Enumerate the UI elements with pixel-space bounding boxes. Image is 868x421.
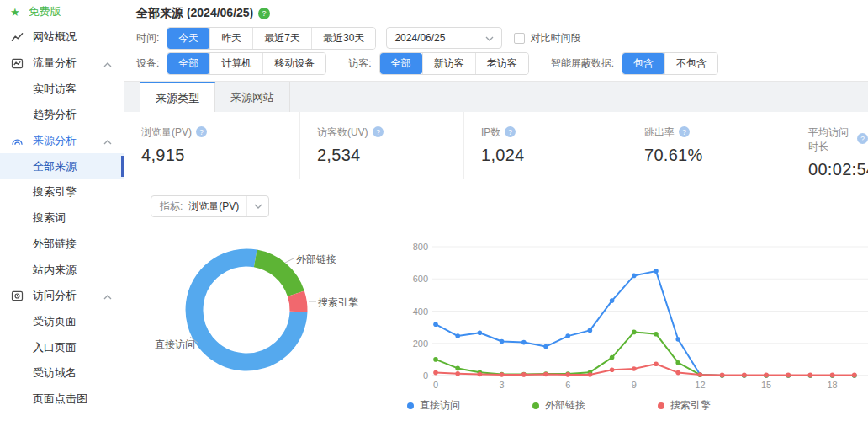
chevron-down-icon (485, 32, 494, 44)
shield-option-1[interactable]: 不包含 (664, 53, 717, 74)
time-filter-label: 时间: (136, 31, 159, 45)
donut-label-1: 外部链接 (296, 253, 336, 267)
sidebar-item-label: 搜索引擎 (33, 184, 77, 200)
metric-label: 平均访问时长 (808, 125, 853, 154)
plan-badge: ★ 免费版 (0, 0, 124, 24)
donut-chart (124, 226, 377, 394)
line-chart: 02004006008000369121518 (402, 226, 868, 394)
metric-value: 4,915 (141, 146, 299, 165)
sidebar-item-source-analysis[interactable]: 来源分析 (0, 128, 124, 154)
sidebar-item-entry-pages[interactable]: 入口页面 (0, 334, 124, 360)
visitor-option-1[interactable]: 新访客 (422, 53, 475, 74)
legend-dot (658, 402, 664, 409)
checkbox-box[interactable] (514, 33, 525, 44)
metric-value: 70.61% (644, 146, 791, 165)
sidebar-item-label: 流量分析 (33, 56, 77, 71)
sidebar-item-label: 搜索词 (33, 210, 66, 226)
sidebar-item-internal-sources[interactable]: 站内来源 (0, 257, 124, 283)
legend-label: 直接访问 (420, 398, 460, 413)
sidebar-item-visit-analysis[interactable]: 访问分析 (0, 283, 124, 309)
metric-avg-duration: 平均访问时长? 00:02:54 (791, 112, 868, 179)
metrics-row: 浏览量(PV)? 4,915访客数(UV)? 2,534IP数? 1,024跳出… (124, 112, 868, 179)
time-option-3[interactable]: 最近30天 (311, 28, 375, 49)
svg-text:12: 12 (695, 380, 705, 390)
sidebar-item-traffic-analysis[interactable]: 流量分析 (0, 51, 124, 77)
legend-item-1[interactable]: 外部链接 (532, 398, 585, 413)
info-icon[interactable]: ? (505, 126, 516, 140)
device-option-1[interactable]: 计算机 (209, 53, 262, 74)
visitor-filter-label: 访客: (348, 56, 371, 71)
info-icon[interactable]: ? (373, 126, 384, 140)
shield-option-0[interactable]: 包含 (622, 53, 664, 74)
donut-label-0: 直接访问 (155, 338, 195, 352)
sidebar-item-search-engines[interactable]: 搜索引擎 (0, 179, 124, 205)
sidebar-menu: 网站概况流量分析实时访客趋势分析来源分析全部来源搜索引擎搜索词外部链接站内来源访… (0, 24, 124, 412)
device-option-0[interactable]: 全部 (167, 53, 209, 74)
svg-text:400: 400 (413, 306, 428, 317)
sidebar-item-trend-analysis[interactable]: 趋势分析 (0, 102, 124, 128)
visitor-segment: 全部新访客老访客 (379, 52, 529, 75)
device-filter-group: 设备:全部计算机移动设备 (136, 52, 326, 75)
indicator-value: 浏览量(PV) (188, 200, 239, 214)
tab-source-site[interactable]: 来源网站 (215, 82, 290, 113)
compare-label: 对比时间段 (530, 31, 580, 45)
compare-checkbox[interactable]: 对比时间段 (514, 31, 580, 45)
visit-icon (11, 290, 24, 302)
info-icon[interactable]: ? (857, 133, 868, 147)
svg-text:800: 800 (413, 242, 428, 252)
chevron-up-icon[interactable] (103, 135, 112, 147)
metric-pv: 浏览量(PV)? 4,915 (124, 112, 299, 179)
device-filter-row: 设备:全部计算机移动设备访客:全部新访客老访客智能屏蔽数据:包含不包含 (124, 51, 868, 76)
time-option-2[interactable]: 最近7天 (252, 28, 311, 49)
time-option-1[interactable]: 昨天 (209, 28, 252, 49)
sidebar-item-search-terms[interactable]: 搜索词 (0, 205, 124, 232)
sidebar-item-site-overview[interactable]: 网站概况 (0, 24, 124, 51)
info-icon[interactable]: ? (196, 126, 207, 140)
legend-item-0[interactable]: 直接访问 (407, 398, 460, 413)
metric-value: 2,534 (317, 146, 463, 165)
svg-text:600: 600 (413, 274, 428, 284)
svg-text:?: ? (376, 127, 380, 136)
metric-value: 00:02:54 (808, 160, 868, 179)
time-option-0[interactable]: 今天 (167, 28, 209, 49)
device-option-2[interactable]: 移动设备 (262, 53, 326, 74)
sidebar-item-label: 访问分析 (33, 288, 77, 303)
sidebar-item-page-click-map[interactable]: 页面点击图 (0, 386, 124, 413)
sidebar-item-visited-domains[interactable]: 受访域名 (0, 360, 124, 386)
visitor-option-2[interactable]: 老访客 (475, 53, 528, 74)
sidebar-item-label: 页面点击图 (33, 392, 87, 407)
sidebar-item-all-sources[interactable]: 全部来源 (0, 153, 124, 179)
svg-text:?: ? (199, 127, 204, 136)
svg-text:?: ? (508, 127, 512, 136)
traffic-icon (11, 57, 24, 70)
legend-item-2[interactable]: 搜索引擎 (658, 398, 711, 413)
svg-text:18: 18 (827, 380, 837, 390)
device-filter-label: 设备: (136, 56, 159, 71)
svg-text:?: ? (860, 135, 865, 143)
device-segment: 全部计算机移动设备 (167, 52, 326, 75)
page-header: 全部来源 (2024/06/25) ? (124, 0, 868, 26)
chevron-up-icon[interactable] (103, 290, 112, 302)
shield-filter-group: 智能屏蔽数据:包含不包含 (551, 52, 718, 75)
svg-text:200: 200 (413, 338, 428, 349)
metric-bounce-rate: 跳出率? 70.61% (627, 112, 791, 179)
tab-label: 来源类型 (156, 91, 199, 106)
legend-label: 外部链接 (545, 398, 585, 413)
visitor-option-0[interactable]: 全部 (380, 53, 422, 74)
sidebar-item-label: 外部链接 (33, 237, 77, 252)
sidebar-item-label: 趋势分析 (33, 107, 77, 122)
date-select[interactable]: 2024/06/25 (386, 27, 502, 49)
sidebar-item-label: 受访域名 (33, 365, 77, 381)
sidebar-item-realtime-visitors[interactable]: 实时访客 (0, 76, 124, 102)
visitor-filter-group: 访客:全部新访客老访客 (348, 52, 528, 75)
info-icon[interactable]: ? (679, 126, 690, 140)
tab-source-type[interactable]: 来源类型 (140, 82, 215, 113)
date-select-value: 2024/06/25 (394, 32, 445, 44)
sidebar-item-visited-pages[interactable]: 受访页面 (0, 309, 124, 335)
chevron-up-icon[interactable] (103, 57, 112, 70)
indicator-select[interactable]: 指标: 浏览量(PV) (151, 195, 269, 217)
sidebar-item-external-links[interactable]: 外部链接 (0, 232, 124, 258)
help-icon[interactable]: ? (258, 8, 270, 19)
star-icon: ★ (10, 6, 20, 19)
metric-label: 跳出率 (644, 125, 675, 140)
